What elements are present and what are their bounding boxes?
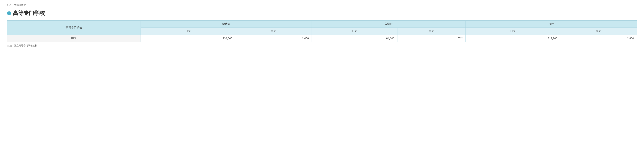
section-header: 高等专门学校 (7, 9, 637, 17)
col-header-tuition: 学费等 (140, 21, 312, 28)
cell-enrollment-jpy: 84,600 (312, 35, 397, 42)
sub-col-tuition-jpy: 日元 (140, 28, 235, 35)
col-header-enrollment: 入学金 (312, 21, 466, 28)
fees-table-wrapper: 高等专门学校 学费等 入学金 合计 日元 美元 日元 美元 日元 美元 国立 2 (7, 20, 637, 42)
fees-table: 高等专门学校 学费等 入学金 合计 日元 美元 日元 美元 日元 美元 国立 2 (7, 20, 637, 42)
source-reference-top: 出处：文部科学省 (7, 3, 637, 7)
sub-col-total-usd: 美元 (560, 28, 637, 35)
sub-col-enrollment-jpy: 日元 (312, 28, 397, 35)
cell-total-jpy: 319,200 (466, 35, 560, 42)
col-header-school: 高等专门学校 (7, 21, 141, 35)
sub-col-total-jpy: 日元 (466, 28, 560, 35)
section-dot-icon (7, 11, 11, 15)
cell-total-usd: 2,800 (560, 35, 637, 42)
cell-tuition-jpy: 234,600 (140, 35, 235, 42)
sub-col-enrollment-usd: 美元 (397, 28, 466, 35)
table-row: 国立 234,600 2,058 84,600 742 319,200 2,80… (7, 35, 637, 42)
cell-enrollment-usd: 742 (397, 35, 466, 42)
col-header-total: 合计 (466, 21, 637, 28)
table-header-row-1: 高等专门学校 学费等 入学金 合计 (7, 21, 637, 28)
sub-col-tuition-usd: 美元 (235, 28, 312, 35)
section-title: 高等专门学校 (13, 9, 45, 17)
source-reference-bottom: 出处：国立高等专门学校机构 (7, 44, 637, 47)
cell-tuition-usd: 2,058 (235, 35, 312, 42)
row-label-national: 国立 (7, 35, 141, 42)
